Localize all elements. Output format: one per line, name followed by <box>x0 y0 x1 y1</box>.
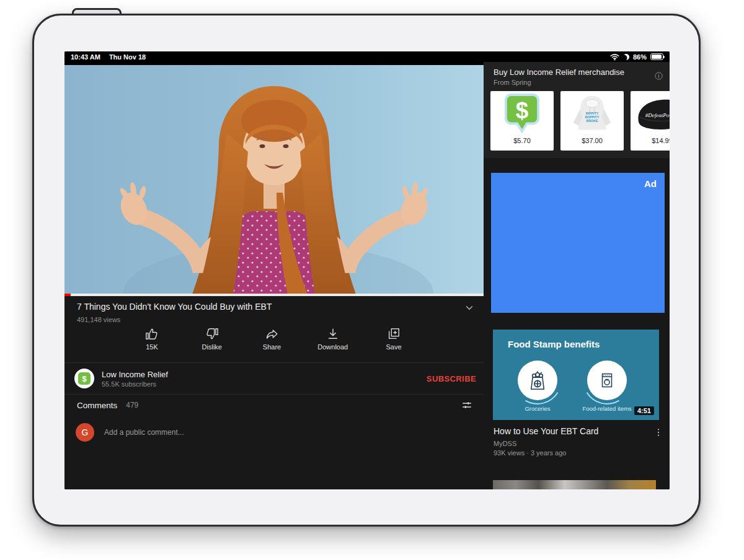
download-icon <box>326 327 340 341</box>
grocery-bag-icon <box>526 369 549 392</box>
save-to-playlist-icon <box>387 327 401 341</box>
video-still <box>64 65 484 294</box>
product-price: $14.99 <box>652 137 670 144</box>
like-count: 15K <box>146 343 158 351</box>
save-label: Save <box>386 343 401 351</box>
channel-row[interactable]: $ Low Income Relief 55.5K subscribers SU… <box>64 363 484 394</box>
food-box-icon <box>596 369 618 392</box>
thumbnail-title: Food Stamp benefits <box>508 339 600 349</box>
product-price: $37.00 <box>582 137 603 144</box>
tablet-screen: 10:43 AM Thu Nov 18 86% <box>64 51 670 489</box>
comments-count: 479 <box>126 401 138 409</box>
food-items-circle <box>587 361 627 400</box>
svg-text:BROKE: BROKE <box>586 119 598 123</box>
chevron-down-icon[interactable] <box>464 302 475 313</box>
suggested-video-title[interactable]: How to Use Your EBT Card <box>494 426 645 436</box>
thumbs-down-icon <box>205 327 219 341</box>
sidebar: Buy Low Income Relief merchandise From S… <box>484 62 670 489</box>
save-button[interactable]: Save <box>379 327 408 351</box>
kebab-menu-icon[interactable] <box>653 427 663 437</box>
dislike-button[interactable]: Dislike <box>198 327 226 351</box>
comments-sort-icon[interactable] <box>461 400 472 411</box>
product-price: $5.70 <box>513 137 531 144</box>
product-card-hoodie[interactable]: BIPPITY BOPPITY BROKE $37.00 <box>560 91 624 151</box>
share-button[interactable]: Share <box>258 327 286 351</box>
subscribe-button[interactable]: SUBSCRIBE <box>427 374 476 383</box>
battery-icon <box>650 53 663 60</box>
channel-avatar: $ <box>74 369 94 388</box>
comment-input-row[interactable]: G Add a public comment... <box>64 419 484 446</box>
svg-text:BOPPITY: BOPPITY <box>585 115 600 119</box>
svg-text:BIPPITY: BIPPITY <box>586 112 599 115</box>
share-icon <box>265 327 279 341</box>
suggested-video-thumbnail[interactable]: Food Stamp benefits <box>493 330 659 420</box>
svg-text:#DefeatPoverty: #DefeatPoverty <box>645 112 670 118</box>
share-label: Share <box>263 343 281 351</box>
next-thumbnail-partial[interactable] <box>493 480 656 489</box>
merch-section: Buy Low Income Relief merchandise From S… <box>484 62 670 158</box>
dollar-sticker-image: $ <box>503 92 541 134</box>
product-card-dollar-sticker[interactable]: $ $5.70 <box>490 91 554 151</box>
hoodie-image: BIPPITY BOPPITY BROKE <box>566 92 618 134</box>
suggested-channel-name: MyDSS <box>494 440 516 447</box>
status-date: Thu Nov 18 <box>109 53 146 61</box>
svg-text:$: $ <box>516 98 528 123</box>
video-title: 7 Things You Didn't Know You Could Buy w… <box>77 302 449 312</box>
comment-placeholder[interactable]: Add a public comment... <box>104 428 184 437</box>
duration-badge: 4:51 <box>634 406 654 415</box>
view-count: 491,148 views <box>77 316 120 323</box>
video-info-panel: 7 Things You Didn't Know You Could Buy w… <box>64 296 484 489</box>
like-button[interactable]: 15K <box>138 327 166 351</box>
comments-title: Comments <box>77 401 117 410</box>
wifi-icon <box>610 53 619 61</box>
action-bar: 15K Dislike Share Download <box>138 327 408 351</box>
merch-card-list: $ $5.70 BIPPITY <box>490 91 670 151</box>
download-label: Download <box>317 343 348 351</box>
download-button[interactable]: Download <box>317 327 348 351</box>
fanny-pack-image: #DefeatPoverty <box>634 94 670 133</box>
status-time: 10:43 AM <box>71 53 100 61</box>
channel-name: Low Income Relief <box>102 370 168 379</box>
battery-percent: 86% <box>633 53 647 61</box>
merch-subtitle: From Spring <box>494 79 531 86</box>
merch-title: Buy Low Income Relief merchandise <box>494 68 624 77</box>
video-player[interactable] <box>64 62 484 296</box>
suggested-video-meta: 93K views · 3 years ago <box>494 449 566 457</box>
user-avatar: G <box>76 423 94 442</box>
ad-label: Ad <box>644 178 657 189</box>
ad-banner[interactable]: Ad <box>491 173 665 313</box>
thumbs-up-icon <box>145 327 159 341</box>
divider <box>64 394 484 395</box>
product-card-fanny-pack[interactable]: #DefeatPoverty $14.99 <box>631 91 670 151</box>
groceries-label: Groceries <box>507 405 569 412</box>
channel-subscribers: 55.5K subscribers <box>102 380 168 388</box>
dollar-logo-icon: $ <box>78 372 91 385</box>
food-items-label: Food-related items <box>570 405 644 412</box>
dislike-label: Dislike <box>202 343 222 351</box>
comments-header[interactable]: Comments 479 <box>64 395 484 415</box>
do-not-disturb-moon-icon <box>623 54 629 60</box>
groceries-circle <box>518 361 557 400</box>
status-bar: 10:43 AM Thu Nov 18 86% <box>64 51 670 62</box>
info-icon[interactable] <box>654 71 663 81</box>
